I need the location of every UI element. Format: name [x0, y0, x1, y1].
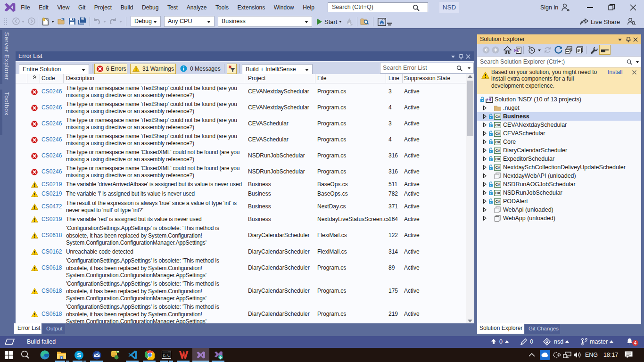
- svg-text:C#: C#: [495, 148, 500, 153]
- svg-text:C#: C#: [495, 140, 500, 144]
- svg-text:C#: C#: [495, 191, 500, 195]
- svg-text:C#: C#: [495, 123, 500, 127]
- svg-text:C#: C#: [495, 165, 500, 170]
- svg-text:C:\.: C:\.: [163, 354, 171, 358]
- svg-text:C#: C#: [495, 115, 500, 119]
- svg-text:C#: C#: [495, 132, 500, 136]
- svg-text:C#: C#: [495, 199, 500, 204]
- svg-text:C#: C#: [495, 157, 500, 161]
- svg-text:C#: C#: [495, 182, 500, 187]
